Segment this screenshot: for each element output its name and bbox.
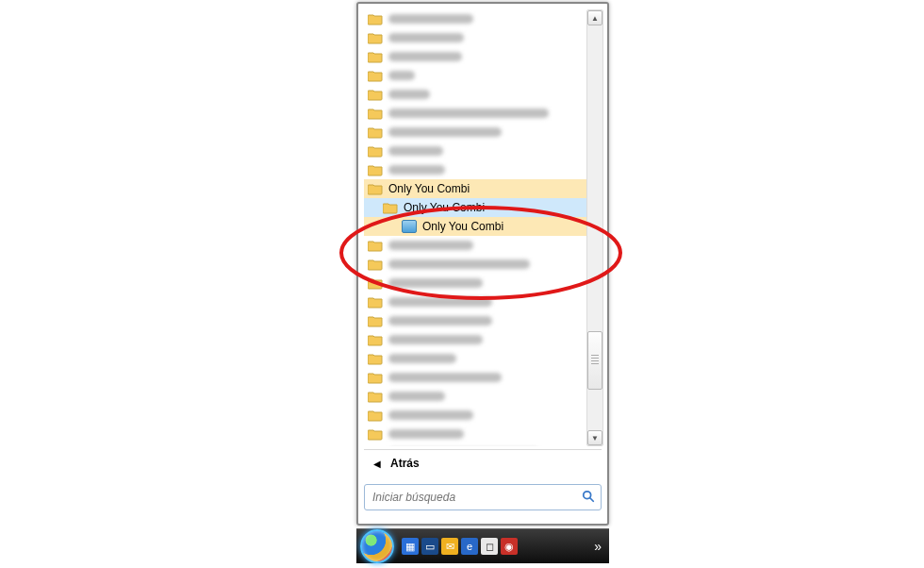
- list-item[interactable]: [364, 274, 588, 292]
- blurred-label: [388, 71, 415, 80]
- programs-list[interactable]: Only You Combi Only You Combi Only You C…: [364, 9, 588, 446]
- list-item[interactable]: [364, 9, 588, 28]
- folder-icon: [383, 201, 398, 214]
- blurred-label: [388, 165, 445, 175]
- folder-only-you-combi[interactable]: Only You Combi: [364, 179, 588, 198]
- blurred-label: [388, 14, 473, 24]
- folder-icon: [368, 390, 383, 403]
- search-input[interactable]: [371, 490, 582, 505]
- list-item[interactable]: [364, 66, 588, 85]
- chevron-down-icon: ▼: [591, 434, 599, 443]
- blurred-label: [388, 297, 492, 307]
- blurred-label: [388, 316, 492, 326]
- quicklaunch-icon[interactable]: ◉: [501, 538, 518, 555]
- list-item[interactable]: [364, 28, 588, 47]
- blurred-label: [388, 127, 502, 137]
- folder-icon: [368, 125, 383, 139]
- blurred-label: [388, 146, 443, 156]
- subfolder-only-you-combi[interactable]: Only You Combi: [364, 198, 588, 217]
- list-item[interactable]: [364, 123, 588, 142]
- back-arrow-icon: ◀: [373, 459, 381, 469]
- folder-icon: [368, 107, 383, 120]
- folder-icon: [368, 239, 383, 252]
- folder-icon: [368, 314, 383, 327]
- blurred-label: [388, 354, 456, 363]
- list-item[interactable]: [364, 236, 588, 255]
- blurred-label: [388, 392, 445, 401]
- search-icon[interactable]: [582, 490, 595, 506]
- folder-icon: [368, 182, 383, 195]
- scroll-thumb[interactable]: [587, 331, 602, 390]
- folder-icon: [368, 50, 383, 63]
- folder-icon: [368, 333, 383, 346]
- folder-label: Only You Combi: [388, 182, 470, 195]
- blurred-label: [388, 278, 483, 288]
- list-item[interactable]: [364, 387, 588, 406]
- list-item[interactable]: [364, 47, 588, 66]
- taskbar: ▦ ▭ ✉ e ◻ ◉ »: [356, 528, 609, 563]
- quick-launch: ▦ ▭ ✉ e ◻ ◉: [402, 538, 518, 555]
- blurred-label: [388, 429, 464, 439]
- back-label: Atrás: [390, 457, 420, 470]
- blurred-label: [388, 373, 502, 382]
- folder-icon: [368, 276, 383, 290]
- list-item[interactable]: [364, 311, 588, 330]
- search-box[interactable]: [364, 484, 602, 510]
- quicklaunch-icon[interactable]: ✉: [441, 538, 458, 555]
- folder-icon: [368, 31, 383, 44]
- app-only-you-combi[interactable]: Only You Combi: [364, 217, 588, 236]
- folder-icon: [368, 352, 383, 365]
- list-item[interactable]: [364, 330, 588, 349]
- list-item[interactable]: [364, 443, 588, 446]
- quicklaunch-icon[interactable]: ▭: [421, 538, 438, 555]
- list-item[interactable]: [364, 406, 588, 425]
- blurred-label: [388, 90, 430, 99]
- list-item[interactable]: [364, 368, 588, 387]
- folder-icon: [368, 409, 383, 422]
- start-orb[interactable]: [360, 529, 394, 563]
- blurred-label: [388, 52, 462, 61]
- svg-line-1: [590, 497, 594, 501]
- chevron-right-icon[interactable]: »: [594, 539, 602, 554]
- grip-icon: [591, 355, 599, 364]
- scroll-down-button[interactable]: ▼: [587, 430, 602, 445]
- blurred-label: [388, 335, 483, 344]
- scrollbar[interactable]: ▲ ▼: [586, 9, 603, 446]
- app-icon: [402, 220, 417, 233]
- folder-icon: [368, 295, 383, 309]
- blurred-label: [388, 109, 549, 118]
- folder-icon: [368, 258, 383, 271]
- quicklaunch-icon[interactable]: ◻: [481, 538, 498, 555]
- scroll-up-button[interactable]: ▲: [587, 10, 602, 25]
- folder-label: Only You Combi: [404, 201, 485, 214]
- app-label: Only You Combi: [422, 220, 503, 233]
- list-item[interactable]: [364, 425, 588, 443]
- list-item[interactable]: [364, 349, 588, 368]
- folder-icon: [368, 427, 383, 441]
- blurred-label: [388, 33, 464, 42]
- list-item[interactable]: [364, 85, 588, 104]
- programs-panel: Only You Combi Only You Combi Only You C…: [356, 2, 609, 526]
- blurred-label: [388, 259, 530, 269]
- quicklaunch-icon[interactable]: ▦: [402, 538, 419, 555]
- chevron-up-icon: ▲: [591, 14, 599, 23]
- folder-icon: [368, 144, 383, 158]
- folder-icon: [368, 371, 383, 384]
- back-button[interactable]: ◀ Atrás: [364, 449, 602, 476]
- ie-icon[interactable]: e: [461, 538, 478, 555]
- blurred-label: [388, 410, 473, 420]
- folder-icon: [368, 12, 383, 25]
- folder-icon: [368, 88, 383, 101]
- blurred-label: [388, 241, 473, 250]
- list-item[interactable]: [364, 160, 588, 179]
- list-item[interactable]: [364, 255, 588, 274]
- list-item[interactable]: [364, 142, 588, 160]
- list-item[interactable]: [364, 292, 588, 311]
- folder-icon: [368, 163, 383, 176]
- list-item[interactable]: [364, 104, 588, 123]
- folder-icon: [368, 69, 383, 82]
